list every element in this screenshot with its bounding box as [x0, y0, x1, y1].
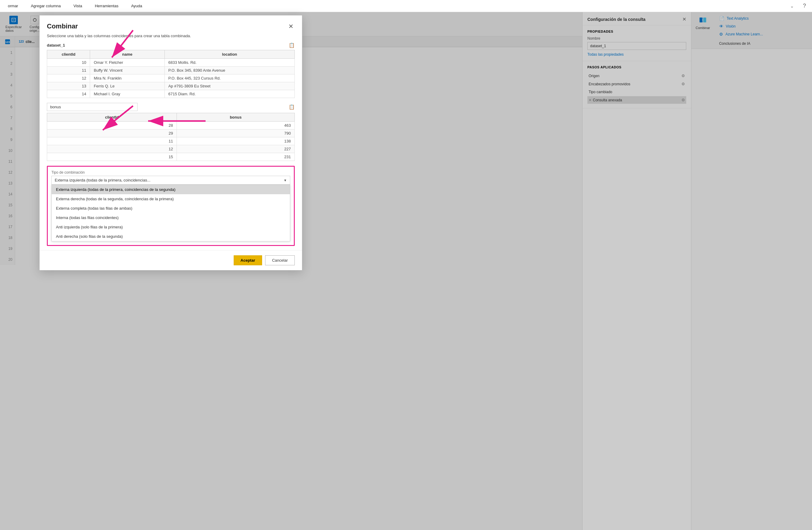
cancel-dialog-button[interactable]: Cancelar: [265, 255, 295, 265]
table1-section: dataset_1 📋 clientIdnamelocation10Omar Y…: [47, 42, 295, 98]
accept-dialog-button[interactable]: Aceptar: [234, 255, 262, 265]
dropdown-option[interactable]: Anti derecha (solo filas de la segunda): [52, 232, 290, 241]
dialog-title: Combinar: [47, 23, 78, 30]
cell: 231: [177, 153, 295, 161]
cell: 11: [47, 137, 177, 145]
menu-bar: ormar Agregar columna Vista Herramientas…: [0, 0, 812, 12]
cell: 6833 Mollis. Rd.: [164, 59, 294, 67]
dialog-description: Seleccione una tabla y las columnas coin…: [40, 33, 302, 42]
table1: clientIdnamelocation10Omar Y. Fletcher68…: [47, 50, 295, 98]
cell: 463: [177, 122, 295, 129]
cell: 790: [177, 129, 295, 137]
dialog-close-button[interactable]: ✕: [287, 22, 295, 31]
table1-col-clientId[interactable]: clientId: [47, 50, 90, 59]
table-row: 11138: [47, 137, 295, 145]
table-row: 11Buffy W. VincentP.O. Box 345, 8390 Ant…: [47, 67, 295, 74]
table-row: 10Omar Y. Fletcher6833 Mollis. Rd.: [47, 59, 295, 67]
dialog-overlay: Combinar ✕ Seleccione una tabla y las co…: [0, 12, 812, 530]
table2-icon[interactable]: 📋: [289, 104, 295, 110]
combine-dialog: Combinar ✕ Seleccione una tabla y las co…: [39, 15, 302, 270]
cell: 10: [47, 59, 90, 67]
dialog-header: Combinar ✕: [40, 15, 302, 33]
dropdown-option[interactable]: Interna (todas las filas coincidentes): [52, 213, 290, 222]
table2-section: 📋 clientIdbonus2846329790111381222715231: [47, 103, 295, 161]
cell: 13: [47, 82, 90, 90]
cell: P.O. Box 345, 8390 Ante Avenue: [164, 67, 294, 74]
table-row: 12Mira N. FranklinP.O. Box 445, 323 Curs…: [47, 74, 295, 82]
dropdown-option[interactable]: Anti izquierda (solo filas de la primera…: [52, 222, 290, 232]
table2-input-row: 📋: [47, 103, 295, 111]
table-row: 12227: [47, 145, 295, 153]
table-row: 14Michael I. Gray6715 Diam. Rd.: [47, 90, 295, 98]
cell: Ap #791-3809 Eu Street: [164, 82, 294, 90]
dropdown-option[interactable]: Externa derecha (todas de la segunda, co…: [52, 194, 290, 204]
table-row: 15231: [47, 153, 295, 161]
cell: 29: [47, 129, 177, 137]
dialog-footer: Aceptar Cancelar: [40, 250, 302, 270]
table1-label-row: dataset_1 📋: [47, 42, 295, 48]
cell: Omar Y. Fletcher: [90, 59, 164, 67]
combination-type-section: Tipo de combinación Externa izquierda (t…: [47, 166, 295, 246]
table1-col-name[interactable]: name: [90, 50, 164, 59]
table2-query-input[interactable]: [47, 103, 137, 111]
dropdown-list: Externa izquierda (todas de la primera, …: [52, 184, 290, 241]
menu-agregar-columna[interactable]: Agregar columna: [29, 2, 62, 9]
table2-col-clientId[interactable]: clientId: [47, 113, 177, 122]
select-value-text: Externa izquierda (todas de la primera, …: [55, 178, 150, 182]
dropdown-option[interactable]: Externa completa (todas las filas de amb…: [52, 204, 290, 213]
menu-ayuda[interactable]: Ayuda: [129, 2, 144, 9]
dialog-body: dataset_1 📋 clientIdnamelocation10Omar Y…: [40, 42, 302, 250]
cell: Michael I. Gray: [90, 90, 164, 98]
menu-herramientas[interactable]: Herramientas: [93, 2, 120, 9]
cell: 12: [47, 145, 177, 153]
table-row: 13Ferris Q. LeAp #791-3809 Eu Street: [47, 82, 295, 90]
minimize-icon[interactable]: ⌄: [790, 4, 794, 9]
cell: 138: [177, 137, 295, 145]
cell: 15: [47, 153, 177, 161]
cell: Buffy W. Vincent: [90, 67, 164, 74]
select-arrow-icon: ▼: [284, 179, 287, 182]
table1-col-location[interactable]: location: [164, 50, 294, 59]
combination-type-select[interactable]: Externa izquierda (todas de la primera, …: [52, 176, 290, 184]
help-icon[interactable]: ?: [803, 3, 806, 9]
cell: Ferris Q. Le: [90, 82, 164, 90]
table-row: 29790: [47, 129, 295, 137]
dropdown-option[interactable]: Externa izquierda (todas de la primera, …: [52, 185, 290, 194]
cell: 12: [47, 74, 90, 82]
table-row: 28463: [47, 122, 295, 129]
cell: 227: [177, 145, 295, 153]
cell: Mira N. Franklin: [90, 74, 164, 82]
table1-label: dataset_1: [47, 43, 65, 47]
table2: clientIdbonus2846329790111381222715231: [47, 113, 295, 161]
cell: 6715 Diam. Rd.: [164, 90, 294, 98]
table1-icon[interactable]: 📋: [289, 42, 295, 48]
cell: 28: [47, 122, 177, 129]
table2-col-bonus[interactable]: bonus: [177, 113, 295, 122]
menu-vista[interactable]: Vista: [72, 2, 84, 9]
cell: 14: [47, 90, 90, 98]
menu-ormar[interactable]: ormar: [6, 2, 20, 9]
combination-type-label: Tipo de combinación: [52, 170, 290, 175]
cell: P.O. Box 445, 323 Cursus Rd.: [164, 74, 294, 82]
cell: 11: [47, 67, 90, 74]
